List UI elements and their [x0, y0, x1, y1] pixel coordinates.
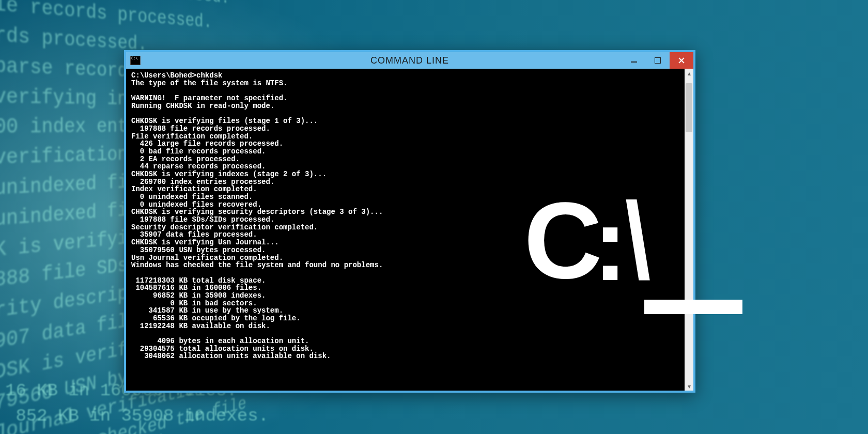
- scroll-thumb[interactable]: [686, 83, 692, 132]
- scroll-up-button[interactable]: ▴: [685, 69, 693, 78]
- console-output[interactable]: C:\Users\Bohed>chkdsk The type of the fi…: [126, 69, 685, 391]
- cmd-icon: [130, 56, 141, 65]
- window-controls: [622, 52, 693, 69]
- close-icon: [678, 57, 685, 64]
- window-title: COMMAND LINE: [126, 52, 693, 69]
- minimize-icon: [631, 57, 637, 64]
- close-button[interactable]: [670, 52, 693, 69]
- command-line-window: COMMAND LINE C:\Users\Bohed>chkdsk The t…: [124, 50, 695, 393]
- console-area: C:\Users\Bohed>chkdsk The type of the fi…: [126, 69, 693, 391]
- svg-rect-1: [655, 57, 661, 64]
- svg-rect-0: [631, 61, 637, 63]
- maximize-button[interactable]: [646, 52, 670, 69]
- scroll-down-button[interactable]: ▾: [685, 382, 693, 391]
- minimize-button[interactable]: [622, 52, 646, 69]
- scrollbar[interactable]: ▴ ▾: [685, 69, 693, 391]
- titlebar[interactable]: COMMAND LINE: [126, 52, 693, 69]
- maximize-icon: [655, 57, 661, 64]
